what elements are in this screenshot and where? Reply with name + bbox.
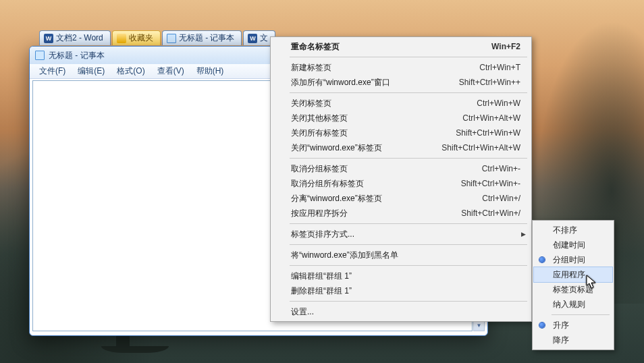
menu-item-3[interactable]: 查看(V) [152,64,190,78]
context-item-label: 将“winword.exe”添加到黑名单 [291,250,520,261]
context-item-17[interactable]: 将“winword.exe”添加到黑名单 [272,248,530,262]
context-item-shortcut: Shift+Ctrl+Win+Alt+W [441,143,520,152]
context-item-8[interactable]: 关闭“winword.exe”标签页Shift+Ctrl+Win+Alt+W [272,140,530,155]
sort-item-2[interactable]: 分组时间 [534,252,612,267]
radio-dot-icon [539,257,545,262]
context-item-label: 取消分组标签页 [291,163,482,175]
tab-1[interactable]: 收藏夹 [112,30,161,45]
context-item-label: 删除群组“群组 1” [291,285,520,297]
context-item-label: 标签页排序方式... [291,229,520,240]
window-title: 无标题 - 记事本 [49,50,105,61]
sort-item-label: 创建时间 [553,240,606,251]
context-item-shortcut: Shift+Ctrl+Win+W [456,128,520,138]
sort-item-label: 不排序 [553,225,603,236]
menu-item-4[interactable]: 帮助(H) [191,64,230,78]
context-item-11[interactable]: 取消分组所有标签页Shift+Ctrl+Win+- [272,176,530,191]
tab-context-menu: 重命名标签页Win+F2新建标签页Ctrl+Win+T添加所有“winword.… [270,36,532,322]
context-item-0[interactable]: 重命名标签页Win+F2 [272,39,530,54]
context-item-10[interactable]: 取消分组标签页Ctrl+Win+- [272,161,530,176]
tab-label: 收藏夹 [129,32,153,44]
context-item-shortcut: Ctrl+Win+T [479,63,520,72]
context-item-shortcut: Ctrl+Win+Alt+W [462,113,520,123]
context-item-label: 新建标签页 [291,62,479,74]
sort-item-7[interactable]: 升序 [534,318,612,333]
sort-item-label: 应用程序 [553,269,606,281]
context-item-13[interactable]: 按应用程序拆分Shift+Ctrl+Win+/ [272,206,530,221]
menu-separator [290,57,527,57]
context-item-label: 取消分组所有标签页 [291,178,461,190]
sort-item-1[interactable]: 创建时间 [534,238,612,252]
context-item-20[interactable]: 删除群组“群组 1” [272,283,530,298]
context-item-5[interactable]: 关闭标签页Ctrl+Win+W [272,96,530,111]
context-item-label: 添加所有“winword.exe”窗口 [291,77,459,88]
menu-item-2[interactable]: 格式(O) [111,64,150,78]
tab-2[interactable]: 无标题 - 记事本 [162,30,242,45]
sort-item-8[interactable]: 降序 [534,333,612,347]
tab-label: 文 [260,32,268,44]
context-item-label: 按应用程序拆分 [291,208,461,219]
word-icon: W [248,34,257,43]
menu-separator [290,92,527,93]
sort-item-3[interactable]: 应用程序 [534,267,612,282]
context-item-12[interactable]: 分离“winword.exe”标签页Ctrl+Win+/ [272,191,530,206]
submenu-arrow-icon: ▶ [521,231,526,238]
menu-item-1[interactable]: 编辑(E) [72,64,110,78]
sort-item-0[interactable]: 不排序 [534,223,612,238]
menu-separator [290,265,527,266]
sort-item-5[interactable]: 纳入规则 [534,297,612,312]
context-item-shortcut: Shift+Ctrl+Win++ [459,78,520,87]
context-item-6[interactable]: 关闭其他标签页Ctrl+Win+Alt+W [272,111,530,125]
context-item-shortcut: Shift+Ctrl+Win+- [461,179,520,188]
context-item-label: 关闭所有标签页 [291,128,456,139]
radio-dot-icon [539,323,545,328]
menu-separator [290,244,527,245]
sort-item-label: 升序 [553,320,603,331]
menu-separator [290,158,527,159]
tab-0[interactable]: W文档2 - Word [39,30,111,45]
context-item-19[interactable]: 编辑群组“群组 1” [272,269,530,283]
note-icon [167,34,176,43]
context-item-label: 重命名标签页 [291,41,491,53]
context-item-label: 关闭其他标签页 [291,113,462,124]
menu-item-0[interactable]: 文件(F) [34,64,71,78]
menu-separator [552,314,610,315]
context-item-label: 编辑群组“群组 1” [291,271,520,282]
desktop-background: W文档2 - Word收藏夹无标题 - 记事本W文 无标题 - 记事本 文件(F… [0,0,644,363]
context-item-shortcut: Win+F2 [491,42,520,51]
context-item-15[interactable]: 标签页排序方式...▶ [272,227,530,242]
tab-strip: W文档2 - Word收藏夹无标题 - 记事本W文 [39,30,275,47]
tab-label: 文档2 - Word [56,32,103,44]
context-item-2[interactable]: 新建标签页Ctrl+Win+T [272,60,530,75]
context-item-label: 设置... [291,306,520,318]
context-item-7[interactable]: 关闭所有标签页Shift+Ctrl+Win+W [272,125,530,140]
context-item-22[interactable]: 设置... [272,304,530,319]
notepad-icon [35,51,45,60]
context-item-shortcut: Ctrl+Win+W [477,99,520,108]
context-item-shortcut: Ctrl+Win+/ [482,194,520,203]
word-icon: W [44,34,53,43]
sort-item-label: 分组时间 [553,254,606,266]
menu-separator [290,301,527,302]
context-item-label: 分离“winword.exe”标签页 [291,193,482,204]
context-item-label: 关闭“winword.exe”标签页 [291,142,441,154]
menu-separator [290,223,527,224]
tab-label: 无标题 - 记事本 [179,32,235,44]
context-item-3[interactable]: 添加所有“winword.exe”窗口Shift+Ctrl+Win++ [272,75,530,90]
sort-submenu: 不排序创建时间分组时间应用程序标签页标题纳入规则升序降序 [532,220,614,350]
context-item-label: 关闭标签页 [291,98,477,109]
folder-icon [117,34,126,43]
sort-item-4[interactable]: 标签页标题 [534,282,612,297]
sort-item-label: 纳入规则 [553,299,606,310]
sort-item-label: 标签页标题 [553,284,614,296]
context-item-shortcut: Ctrl+Win+- [482,164,520,173]
sort-item-label: 降序 [553,335,603,346]
context-item-shortcut: Shift+Ctrl+Win+/ [461,208,520,218]
